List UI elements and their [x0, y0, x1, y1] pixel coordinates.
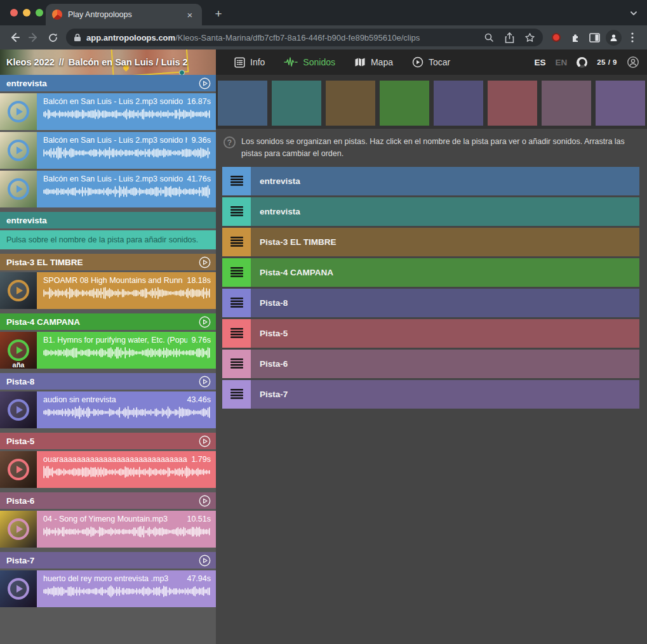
sidebar-clip[interactable]: Balcón en San Luis - Luis 2.mp3 sonido h…	[0, 93, 216, 130]
sidebar-track-name[interactable]: Pista-8	[6, 377, 199, 386]
browser-tab[interactable]: Play Antropoloops ×	[46, 4, 202, 25]
clip-thumbnail[interactable]	[0, 570, 37, 607]
reload-icon[interactable]	[43, 28, 62, 47]
track-row-body[interactable]: Pista-6	[251, 350, 639, 378]
browser-menu-kebab-icon[interactable]	[623, 28, 642, 47]
track-row[interactable]: Pista-5	[222, 319, 639, 348]
track-play-button[interactable]	[199, 495, 211, 507]
clip-thumbnail[interactable]	[0, 391, 37, 428]
share-icon[interactable]	[505, 32, 514, 43]
track-row[interactable]: entrevista	[222, 197, 639, 226]
tab-info[interactable]: Info	[225, 49, 274, 75]
clip-waveform[interactable]	[43, 465, 211, 479]
clip-play-icon[interactable]	[8, 178, 29, 200]
track-row[interactable]: Pista-3 EL TIMBRE	[222, 228, 639, 256]
forward-icon[interactable]	[24, 28, 43, 47]
sidebar-track-name[interactable]: entrevista	[6, 79, 199, 88]
maximize-window-button[interactable]	[36, 9, 43, 16]
sidebar-track-header[interactable]: Pista-5	[0, 433, 216, 449]
tab-search-chevron-icon[interactable]	[629, 9, 638, 20]
address-bar[interactable]: app.antropoloops.com/Kleos-Santa-Marina/…	[66, 29, 543, 46]
track-drag-handle[interactable]	[222, 167, 251, 195]
clip-waveform[interactable]	[43, 286, 211, 300]
tab-mapa[interactable]: Mapa	[345, 49, 403, 75]
record-extension-icon[interactable]	[547, 28, 566, 47]
track-row-body[interactable]: Pista-8	[251, 289, 639, 317]
clip-thumbnail[interactable]	[0, 511, 37, 548]
track-drag-handle[interactable]	[222, 197, 251, 226]
lang-en-button[interactable]: EN	[555, 58, 567, 67]
sidebar-track-name[interactable]: Pista-6	[6, 496, 199, 506]
clip-play-icon[interactable]	[8, 459, 29, 480]
track-play-button[interactable]	[199, 435, 211, 447]
sidebar-clip[interactable]: SPOAMR 08 High Mountains and Running ...…	[0, 272, 216, 309]
sidebar-track-header[interactable]: Pista-3 EL TIMBRE	[0, 254, 216, 270]
track-row-body[interactable]: Pista-3 EL TIMBRE	[251, 228, 639, 256]
clip-waveform[interactable]	[43, 146, 211, 160]
bookmark-star-icon[interactable]	[524, 32, 535, 43]
clip-play-icon[interactable]	[8, 518, 29, 540]
clip-thumbnail[interactable]: aña	[0, 332, 37, 369]
clip-play-icon[interactable]	[8, 140, 29, 161]
track-row[interactable]: entrevista	[222, 167, 639, 195]
track-row-body[interactable]: Pista-4 CAMPANA	[251, 258, 639, 287]
sidebar-track-header[interactable]: entrevista	[0, 212, 216, 228]
clip-play-icon[interactable]	[8, 578, 29, 600]
track-play-button[interactable]	[199, 256, 211, 268]
clip-play-icon[interactable]	[8, 399, 29, 421]
track-row-body[interactable]: Pista-7	[251, 380, 639, 409]
track-play-button[interactable]	[199, 376, 211, 388]
track-row[interactable]: Pista-4 CAMPANA	[222, 258, 639, 287]
track-row-body[interactable]: Pista-5	[251, 319, 639, 348]
tab-sonidos[interactable]: Sonidos	[274, 49, 345, 75]
clip-play-icon[interactable]	[8, 101, 29, 122]
track-row[interactable]: Pista-8	[222, 289, 639, 317]
track-row-body[interactable]: entrevista	[251, 167, 639, 195]
sidebar-clip[interactable]: Balcón en San Luis - Luis 2.mp3 sonido h…	[0, 171, 216, 207]
lang-es-button[interactable]: ES	[534, 58, 545, 67]
sidebar-track-header[interactable]: Pista-7	[0, 552, 216, 568]
sidebar-clip[interactable]: audion sin entrevista 43.46s	[0, 391, 216, 428]
sidebar-track-name[interactable]: Pista-3 EL TIMBRE	[6, 258, 199, 267]
side-panel-icon[interactable]	[585, 28, 604, 47]
extensions-puzzle-icon[interactable]	[566, 28, 585, 47]
browser-profile-avatar[interactable]	[604, 28, 623, 47]
track-drag-handle[interactable]	[222, 350, 251, 378]
sidebar-clip[interactable]: 04 - Song of Yimeng Mountain.mp3 10.51s	[0, 511, 216, 548]
track-play-button[interactable]	[199, 77, 211, 89]
close-tab-icon[interactable]: ×	[184, 10, 196, 20]
clip-waveform[interactable]	[43, 584, 211, 598]
sidebar-clip[interactable]: aña B1. Hymns for purifying water, Etc. …	[0, 332, 216, 369]
sidebar-clip[interactable]: Balcón en San Luis - Luis 2.mp3 sonido h…	[0, 132, 216, 169]
breadcrumb-project[interactable]: Kleos 2022	[6, 57, 55, 67]
track-drag-handle[interactable]	[222, 289, 251, 317]
sidebar-track-header[interactable]: Pista-8	[0, 373, 216, 390]
sidebar-track-name[interactable]: Pista-4 CAMPANA	[6, 317, 199, 327]
clip-waveform[interactable]	[43, 346, 211, 360]
track-play-button[interactable]	[199, 555, 211, 567]
track-row[interactable]: Pista-7	[222, 380, 639, 409]
clip-play-icon[interactable]	[8, 280, 29, 301]
track-drag-handle[interactable]	[222, 319, 251, 348]
sidebar-track-name[interactable]: Pista-7	[6, 556, 199, 565]
clip-thumbnail[interactable]	[0, 93, 37, 130]
sidebar-clip[interactable]: ouaraaaaaaaaaaaaaaaaaaaaaaaaaaaaaaaaaaaa…	[0, 451, 216, 488]
sidebar-track-name[interactable]: entrevista	[6, 216, 211, 225]
clip-waveform[interactable]	[43, 107, 211, 121]
minimize-window-button[interactable]	[23, 9, 30, 16]
clip-thumbnail[interactable]	[0, 171, 37, 207]
close-window-button[interactable]	[10, 9, 18, 16]
clip-waveform[interactable]	[43, 405, 211, 419]
clip-waveform[interactable]	[43, 525, 211, 539]
clip-thumbnail[interactable]	[0, 451, 37, 488]
track-row-body[interactable]: entrevista	[251, 197, 639, 226]
sidebar-track-name[interactable]: Pista-5	[6, 437, 199, 446]
sidebar-clip[interactable]: huerto del rey moro entrevista .mp3 47.9…	[0, 570, 216, 607]
zoom-search-icon[interactable]	[484, 32, 495, 43]
sidebar-track-header[interactable]: Pista-6	[0, 492, 216, 509]
sidebar-track-header[interactable]: entrevista	[0, 75, 216, 91]
account-icon[interactable]	[627, 56, 639, 69]
track-play-button[interactable]	[199, 316, 211, 328]
track-drag-handle[interactable]	[222, 258, 251, 287]
clip-play-icon[interactable]	[8, 339, 29, 361]
